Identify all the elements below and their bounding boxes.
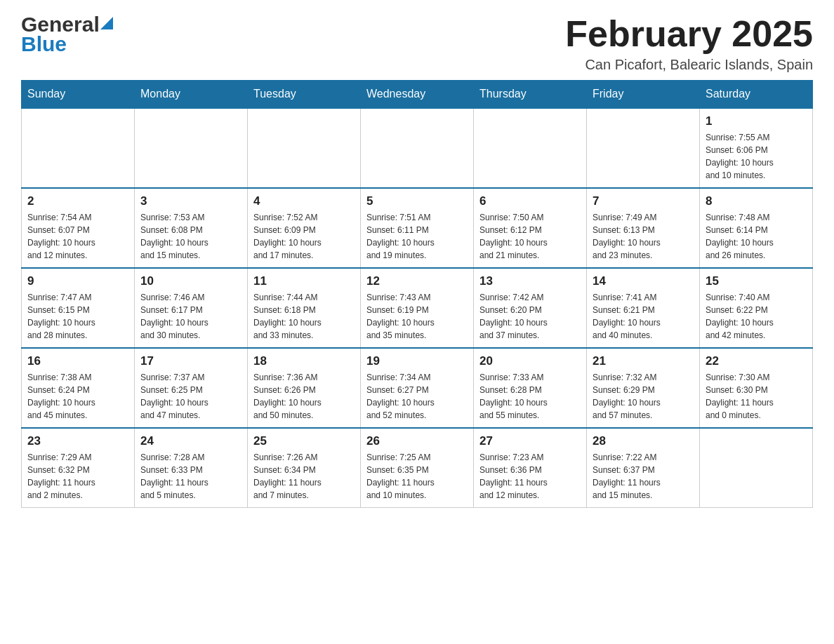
day-number: 15 <box>706 274 807 288</box>
calendar-cell: 17Sunrise: 7:37 AMSunset: 6:25 PMDayligh… <box>135 348 248 428</box>
day-number: 9 <box>27 274 128 288</box>
day-number: 22 <box>706 354 807 368</box>
calendar-header-row: SundayMondayTuesdayWednesdayThursdayFrid… <box>22 81 813 109</box>
calendar-cell: 15Sunrise: 7:40 AMSunset: 6:22 PMDayligh… <box>700 268 813 348</box>
calendar-cell: 4Sunrise: 7:52 AMSunset: 6:09 PMDaylight… <box>248 188 361 268</box>
calendar-cell: 12Sunrise: 7:43 AMSunset: 6:19 PMDayligh… <box>361 268 474 348</box>
day-info: Sunrise: 7:34 AMSunset: 6:27 PMDaylight:… <box>366 371 468 422</box>
day-number: 17 <box>140 354 241 368</box>
day-number: 16 <box>27 354 128 368</box>
day-number: 12 <box>366 274 468 288</box>
day-info: Sunrise: 7:44 AMSunset: 6:18 PMDaylight:… <box>253 291 355 342</box>
day-number: 1 <box>706 114 807 128</box>
calendar-cell: 16Sunrise: 7:38 AMSunset: 6:24 PMDayligh… <box>22 348 135 428</box>
calendar-cell: 3Sunrise: 7:53 AMSunset: 6:08 PMDaylight… <box>135 188 248 268</box>
day-info: Sunrise: 7:22 AMSunset: 6:37 PMDaylight:… <box>593 451 694 502</box>
day-number: 25 <box>253 434 355 448</box>
day-info: Sunrise: 7:51 AMSunset: 6:11 PMDaylight:… <box>366 211 468 262</box>
calendar-cell <box>587 108 700 188</box>
calendar-cell: 26Sunrise: 7:25 AMSunset: 6:35 PMDayligh… <box>361 428 474 508</box>
calendar-header-thursday: Thursday <box>474 81 587 109</box>
day-info: Sunrise: 7:28 AMSunset: 6:33 PMDaylight:… <box>140 451 241 502</box>
day-number: 6 <box>479 194 581 208</box>
day-info: Sunrise: 7:37 AMSunset: 6:25 PMDaylight:… <box>140 371 241 422</box>
day-info: Sunrise: 7:49 AMSunset: 6:13 PMDaylight:… <box>593 211 694 262</box>
calendar-cell: 19Sunrise: 7:34 AMSunset: 6:27 PMDayligh… <box>361 348 474 428</box>
calendar-header-saturday: Saturday <box>700 81 813 109</box>
calendar-header-sunday: Sunday <box>22 81 135 109</box>
day-info: Sunrise: 7:50 AMSunset: 6:12 PMDaylight:… <box>479 211 581 262</box>
calendar-cell: 5Sunrise: 7:51 AMSunset: 6:11 PMDaylight… <box>361 188 474 268</box>
calendar-cell <box>22 108 135 188</box>
day-info: Sunrise: 7:52 AMSunset: 6:09 PMDaylight:… <box>253 211 355 262</box>
day-info: Sunrise: 7:53 AMSunset: 6:08 PMDaylight:… <box>140 211 241 262</box>
day-info: Sunrise: 7:54 AMSunset: 6:07 PMDaylight:… <box>27 211 128 262</box>
day-info: Sunrise: 7:38 AMSunset: 6:24 PMDaylight:… <box>27 371 128 422</box>
calendar-cell: 27Sunrise: 7:23 AMSunset: 6:36 PMDayligh… <box>474 428 587 508</box>
day-info: Sunrise: 7:36 AMSunset: 6:26 PMDaylight:… <box>253 371 355 422</box>
calendar-cell: 25Sunrise: 7:26 AMSunset: 6:34 PMDayligh… <box>248 428 361 508</box>
day-info: Sunrise: 7:25 AMSunset: 6:35 PMDaylight:… <box>366 451 468 502</box>
calendar-cell: 20Sunrise: 7:33 AMSunset: 6:28 PMDayligh… <box>474 348 587 428</box>
day-info: Sunrise: 7:23 AMSunset: 6:36 PMDaylight:… <box>479 451 581 502</box>
calendar-header-tuesday: Tuesday <box>248 81 361 109</box>
calendar-cell: 21Sunrise: 7:32 AMSunset: 6:29 PMDayligh… <box>587 348 700 428</box>
day-info: Sunrise: 7:30 AMSunset: 6:30 PMDaylight:… <box>706 371 807 422</box>
day-info: Sunrise: 7:41 AMSunset: 6:21 PMDaylight:… <box>593 291 694 342</box>
calendar-cell: 8Sunrise: 7:48 AMSunset: 6:14 PMDaylight… <box>700 188 813 268</box>
subtitle: Can Picafort, Balearic Islands, Spain <box>565 57 813 73</box>
day-number: 21 <box>593 354 694 368</box>
logo-blue-text: Blue <box>21 32 67 55</box>
calendar-cell <box>248 108 361 188</box>
day-number: 26 <box>366 434 468 448</box>
day-info: Sunrise: 7:46 AMSunset: 6:17 PMDaylight:… <box>140 291 241 342</box>
day-number: 24 <box>140 434 241 448</box>
calendar-cell: 14Sunrise: 7:41 AMSunset: 6:21 PMDayligh… <box>587 268 700 348</box>
calendar-cell: 11Sunrise: 7:44 AMSunset: 6:18 PMDayligh… <box>248 268 361 348</box>
day-info: Sunrise: 7:43 AMSunset: 6:19 PMDaylight:… <box>366 291 468 342</box>
calendar-cell: 28Sunrise: 7:22 AMSunset: 6:37 PMDayligh… <box>587 428 700 508</box>
calendar-cell: 22Sunrise: 7:30 AMSunset: 6:30 PMDayligh… <box>700 348 813 428</box>
day-number: 2 <box>27 194 128 208</box>
day-info: Sunrise: 7:42 AMSunset: 6:20 PMDaylight:… <box>479 291 581 342</box>
calendar-table: SundayMondayTuesdayWednesdayThursdayFrid… <box>21 80 813 508</box>
day-number: 19 <box>366 354 468 368</box>
calendar-header-monday: Monday <box>135 81 248 109</box>
title-section: February 2025 Can Picafort, Balearic Isl… <box>565 14 813 73</box>
day-number: 7 <box>593 194 694 208</box>
calendar-cell: 13Sunrise: 7:42 AMSunset: 6:20 PMDayligh… <box>474 268 587 348</box>
calendar-cell <box>474 108 587 188</box>
calendar-week-row: 23Sunrise: 7:29 AMSunset: 6:32 PMDayligh… <box>22 428 813 508</box>
page-header: General Blue February 2025 Can Picafort,… <box>21 14 813 73</box>
day-number: 13 <box>479 274 581 288</box>
main-title: February 2025 <box>565 14 813 54</box>
calendar-week-row: 1Sunrise: 7:55 AMSunset: 6:06 PMDaylight… <box>22 108 813 188</box>
calendar-header-wednesday: Wednesday <box>361 81 474 109</box>
day-info: Sunrise: 7:32 AMSunset: 6:29 PMDaylight:… <box>593 371 694 422</box>
calendar-week-row: 16Sunrise: 7:38 AMSunset: 6:24 PMDayligh… <box>22 348 813 428</box>
calendar-header-friday: Friday <box>587 81 700 109</box>
day-number: 5 <box>366 194 468 208</box>
calendar-week-row: 9Sunrise: 7:47 AMSunset: 6:15 PMDaylight… <box>22 268 813 348</box>
calendar-cell: 2Sunrise: 7:54 AMSunset: 6:07 PMDaylight… <box>22 188 135 268</box>
calendar-cell: 10Sunrise: 7:46 AMSunset: 6:17 PMDayligh… <box>135 268 248 348</box>
day-number: 14 <box>593 274 694 288</box>
day-number: 11 <box>253 274 355 288</box>
day-number: 27 <box>479 434 581 448</box>
day-number: 18 <box>253 354 355 368</box>
calendar-cell <box>700 428 813 508</box>
calendar-cell: 1Sunrise: 7:55 AMSunset: 6:06 PMDaylight… <box>700 108 813 188</box>
day-number: 28 <box>593 434 694 448</box>
day-number: 8 <box>706 194 807 208</box>
day-number: 23 <box>27 434 128 448</box>
calendar-cell: 23Sunrise: 7:29 AMSunset: 6:32 PMDayligh… <box>22 428 135 508</box>
logo: General Blue <box>21 14 113 55</box>
day-info: Sunrise: 7:26 AMSunset: 6:34 PMDaylight:… <box>253 451 355 502</box>
logo-triangle-icon <box>100 17 113 29</box>
day-info: Sunrise: 7:55 AMSunset: 6:06 PMDaylight:… <box>706 131 807 182</box>
calendar-cell: 24Sunrise: 7:28 AMSunset: 6:33 PMDayligh… <box>135 428 248 508</box>
calendar-cell: 18Sunrise: 7:36 AMSunset: 6:26 PMDayligh… <box>248 348 361 428</box>
day-number: 3 <box>140 194 241 208</box>
calendar-cell <box>135 108 248 188</box>
day-info: Sunrise: 7:33 AMSunset: 6:28 PMDaylight:… <box>479 371 581 422</box>
